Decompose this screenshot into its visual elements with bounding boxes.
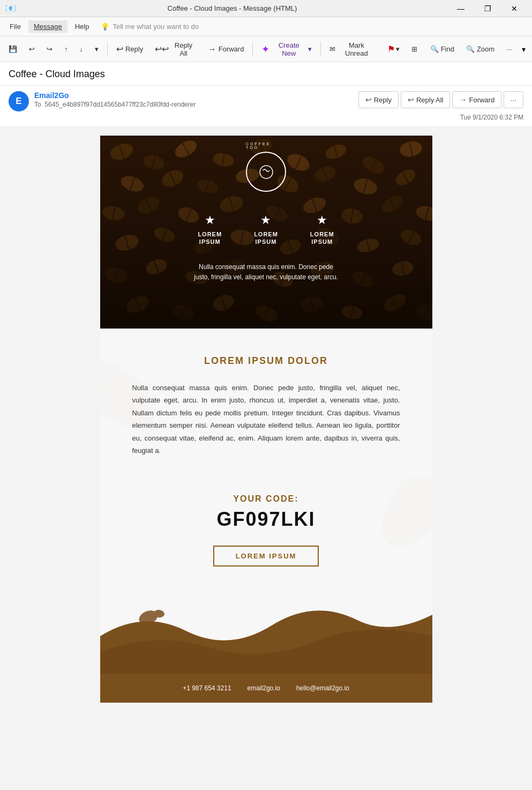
header-reply-all-button[interactable]: ↩ Reply All bbox=[401, 91, 451, 108]
sender-details: Email2Go To 5645_e4b897f97dd14565b477ff2… bbox=[34, 91, 196, 108]
flag-icon: ⚑ bbox=[387, 44, 395, 54]
undo-button[interactable]: ↩ bbox=[24, 39, 40, 59]
more-icon: ··· bbox=[506, 45, 512, 53]
search-placeholder-text: Tell me what you want to do bbox=[113, 23, 198, 31]
forward-button[interactable]: → Forward bbox=[203, 39, 250, 59]
sender-name: Email2Go bbox=[34, 91, 196, 100]
footer-website: email2go.io bbox=[248, 684, 280, 692]
email-footer-wave bbox=[100, 588, 432, 674]
restore-button[interactable]: ❐ bbox=[475, 0, 500, 17]
email-body: COFFEE TOO ★ LOREMIPSUM ★ LOREMIPSUM ★ L… bbox=[0, 127, 532, 711]
header-reply-label: Reply bbox=[374, 96, 392, 104]
up-icon: ↑ bbox=[64, 45, 68, 53]
menu-bar: File Message Help 💡 Tell me what you wan… bbox=[0, 17, 532, 36]
menu-help[interactable]: Help bbox=[70, 20, 95, 33]
logo-top-text: COFFEE TOO bbox=[246, 142, 286, 150]
cta-button[interactable]: LOREM IPSUM bbox=[213, 546, 319, 567]
mark-unread-label: Mark Unread bbox=[338, 41, 376, 57]
reply-icon: ↩ bbox=[116, 44, 123, 54]
zoom-button[interactable]: 🔍 Zoom bbox=[461, 39, 500, 59]
window-title: Coffee - Cloud Images - Message (HTML) bbox=[16, 4, 448, 12]
title-bar-controls-right[interactable]: — ❐ ✕ bbox=[448, 0, 527, 17]
envelope-icon: ✉ bbox=[329, 45, 335, 53]
zoom-icon: 🔍 bbox=[466, 45, 475, 53]
chevron-down-icon: ▾ bbox=[95, 45, 99, 53]
code-label: YOUR CODE: bbox=[132, 494, 400, 504]
find-button[interactable]: 🔍 Find bbox=[425, 39, 460, 59]
star-icon-3: ★ bbox=[317, 213, 327, 227]
message-subject: Coffee - Cloud Images bbox=[9, 69, 523, 80]
star-icon-1: ★ bbox=[205, 213, 215, 227]
section-title: LOREM IPSUM DOLOR bbox=[132, 355, 400, 367]
header-reply-button[interactable]: ↩ Reply bbox=[358, 91, 399, 108]
email-main-section: LOREM IPSUM DOLOR Nulla consequat massa … bbox=[100, 329, 432, 478]
reply-all-button[interactable]: ↩↩ Reply All bbox=[149, 39, 201, 59]
header-forward-button[interactable]: → Forward bbox=[452, 91, 501, 108]
more-actions-button[interactable]: ··· bbox=[501, 39, 518, 59]
feature-2: ★ LOREMIPSUM bbox=[254, 213, 278, 246]
resize-icon-button[interactable]: ⊞ bbox=[406, 39, 423, 59]
reply-all-label: Reply All bbox=[171, 41, 196, 57]
menu-file[interactable]: File bbox=[4, 20, 26, 33]
header-more-button[interactable]: ··· bbox=[504, 91, 523, 108]
close-button[interactable]: ✕ bbox=[502, 0, 527, 17]
recipient-line: To 5645_e4b897f97dd14565b477ff23c7d80fdd… bbox=[34, 101, 196, 108]
avatar: E bbox=[9, 91, 29, 111]
coffee-cup-icon bbox=[257, 163, 275, 181]
star-icon-2: ★ bbox=[260, 213, 271, 227]
menu-search[interactable]: 💡 Tell me what you want to do bbox=[101, 23, 198, 31]
create-new-button[interactable]: ✦ Create New ▾ bbox=[256, 39, 317, 59]
brand-logo bbox=[246, 152, 286, 192]
footer-phone: +1 987 654 3211 bbox=[183, 684, 231, 692]
create-new-label: Create New bbox=[272, 41, 306, 57]
recipient-address: 5645_e4b897f97dd14565b477ff23c7d80fdd-re… bbox=[44, 101, 196, 108]
flag-button[interactable]: ⚑ ▾ bbox=[382, 39, 405, 59]
footer-email: hello@email2go.io bbox=[296, 684, 349, 692]
reply-all-icon-header: ↩ bbox=[408, 95, 414, 104]
save-button[interactable]: 💾 bbox=[3, 39, 23, 59]
separator-2 bbox=[252, 42, 253, 57]
email-code-section: YOUR CODE: GF097LKI LOREM IPSUM bbox=[100, 478, 432, 588]
feature-label-2: LOREMIPSUM bbox=[254, 230, 278, 246]
more-quick-button[interactable]: ▾ bbox=[89, 39, 104, 59]
zoom-label: Zoom bbox=[477, 45, 494, 53]
minimize-button[interactable]: — bbox=[448, 0, 473, 17]
footer-links: +1 987 654 3211 email2go.io hello@email2… bbox=[111, 684, 422, 692]
features-row: ★ LOREMIPSUM ★ LOREMIPSUM ★ LOREMIPSUM bbox=[198, 213, 334, 246]
forward-icon-header: → bbox=[459, 95, 467, 104]
svg-point-102 bbox=[260, 166, 273, 178]
header-forward-label: Forward bbox=[469, 96, 494, 104]
title-bar-controls-left: 📧 bbox=[5, 3, 16, 13]
to-label: To bbox=[34, 101, 41, 108]
message-sender-info: E Email2Go To 5645_e4b897f97dd14565b477f… bbox=[9, 91, 196, 111]
email-footer-bottom: +1 987 654 3211 email2go.io hello@email2… bbox=[100, 674, 432, 703]
down-button[interactable]: ↓ bbox=[74, 39, 89, 59]
reply-all-icon: ↩↩ bbox=[155, 44, 169, 54]
forward-label: Forward bbox=[219, 45, 244, 53]
resize-icon: ⊞ bbox=[411, 45, 417, 53]
message-header-bar: Coffee - Cloud Images bbox=[0, 62, 532, 86]
app-icon: 📧 bbox=[5, 3, 16, 13]
find-label: Find bbox=[441, 45, 454, 53]
up-button[interactable]: ↑ bbox=[59, 39, 73, 59]
redo-button[interactable]: ↪ bbox=[41, 39, 58, 59]
title-bar: 📧 Coffee - Cloud Images - Message (HTML)… bbox=[0, 0, 532, 17]
message-actions-right: ↩ Reply ↩ Reply All → Forward ··· Tue 9/… bbox=[358, 91, 523, 121]
forward-icon: → bbox=[208, 44, 216, 54]
mark-unread-button[interactable]: ✉ Mark Unread bbox=[324, 39, 381, 59]
email-content-wrapper: COFFEE TOO ★ LOREMIPSUM ★ LOREMIPSUM ★ L… bbox=[100, 136, 432, 703]
wave-svg bbox=[100, 588, 432, 674]
reply-icon-header: ↩ bbox=[365, 95, 372, 104]
feature-label-3: LOREMIPSUM bbox=[310, 230, 334, 246]
redo-icon: ↪ bbox=[47, 45, 53, 53]
more-icon-header: ··· bbox=[511, 96, 516, 104]
toolbar-expand-chevron[interactable]: ▾ bbox=[519, 43, 529, 56]
message-timestamp: Tue 9/1/2020 6:32 PM bbox=[460, 114, 523, 121]
svg-point-105 bbox=[368, 478, 432, 558]
menu-message[interactable]: Message bbox=[28, 20, 68, 33]
reply-button[interactable]: ↩ Reply bbox=[111, 39, 148, 59]
email-hero-section: COFFEE TOO ★ LOREMIPSUM ★ LOREMIPSUM ★ L… bbox=[100, 136, 432, 329]
code-value: GF097LKI bbox=[132, 508, 400, 531]
message-meta: E Email2Go To 5645_e4b897f97dd14565b477f… bbox=[0, 86, 532, 127]
separator-1 bbox=[107, 42, 108, 57]
